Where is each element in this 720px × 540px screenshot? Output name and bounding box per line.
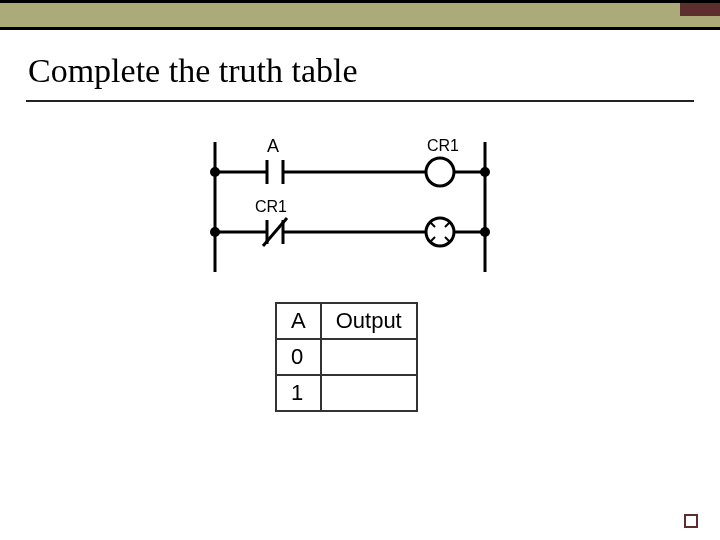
svg-point-20 — [480, 227, 490, 237]
title-underline — [26, 100, 694, 102]
svg-point-8 — [480, 167, 490, 177]
table-header-row: A Output — [276, 303, 417, 339]
contact-cr1-label: CR1 — [255, 198, 287, 215]
cell-out-0 — [321, 339, 417, 375]
svg-line-17 — [445, 222, 450, 227]
header-output: Output — [321, 303, 417, 339]
title-bar — [0, 0, 720, 30]
cell-out-1 — [321, 375, 417, 411]
ladder-diagram: A CR1 CR1 — [205, 132, 505, 282]
footer-square-icon — [684, 514, 698, 528]
header-a: A — [276, 303, 321, 339]
page-title: Complete the truth table — [0, 30, 720, 94]
table-row: 1 — [276, 375, 417, 411]
truth-table: A Output 0 1 — [275, 302, 418, 412]
coil-cr1-icon — [426, 158, 454, 186]
table-row: 0 — [276, 339, 417, 375]
cell-a-0: 0 — [276, 339, 321, 375]
svg-line-18 — [430, 237, 435, 242]
svg-line-15 — [430, 222, 435, 227]
accent-block — [680, 3, 720, 16]
cell-a-1: 1 — [276, 375, 321, 411]
contact-a-label: A — [267, 136, 279, 156]
coil-cr1-label: CR1 — [427, 137, 459, 154]
svg-line-16 — [445, 237, 450, 242]
